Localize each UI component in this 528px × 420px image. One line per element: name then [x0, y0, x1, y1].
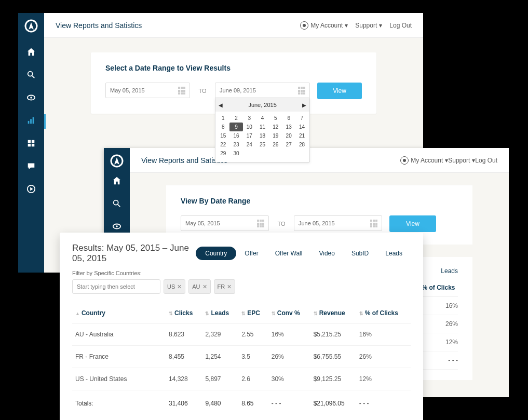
sort-icon: ⇅: [272, 311, 276, 316]
calendar-day[interactable]: 12: [269, 123, 282, 131]
calendar-day[interactable]: 2: [229, 114, 242, 123]
support-label: Support: [355, 22, 377, 29]
prev-month-icon[interactable]: ◀: [219, 102, 223, 108]
nav-search-icon[interactable]: [18, 64, 44, 87]
close-icon[interactable]: ✕: [227, 283, 232, 290]
calendar-day[interactable]: 7: [295, 114, 308, 123]
country-filter-input[interactable]: [72, 279, 160, 294]
calendar-day[interactable]: 15: [216, 131, 229, 140]
nav-home-icon[interactable]: [18, 42, 44, 64]
sort-icon: ⇅: [314, 311, 318, 316]
logout-link[interactable]: Log Out: [389, 22, 412, 29]
calendar-day[interactable]: 10: [243, 123, 256, 131]
to-date-input[interactable]: June 09, 2015: [215, 83, 310, 98]
calendar-day[interactable]: 26: [269, 140, 282, 149]
nav-play-icon[interactable]: [18, 179, 44, 201]
calendar-day[interactable]: 27: [282, 140, 295, 149]
calendar-day[interactable]: 20: [282, 131, 295, 140]
calendar-day[interactable]: 23: [229, 140, 242, 149]
calendar-day[interactable]: 8: [216, 123, 229, 131]
calendar-day[interactable]: 17: [243, 131, 256, 140]
calendar-icon: [178, 87, 186, 95]
my-account-menu[interactable]: My Account▾: [400, 156, 448, 165]
col-clicks[interactable]: ⇅Clicks: [166, 303, 202, 323]
logout-link[interactable]: Log Out: [475, 157, 497, 164]
nav-comment-icon[interactable]: [18, 156, 44, 179]
calendar-day[interactable]: 6: [282, 114, 295, 123]
calendar-day[interactable]: 18: [256, 131, 269, 140]
cell-total: - - -: [356, 390, 411, 415]
nav-grid-icon[interactable]: [18, 133, 44, 156]
calendar-day[interactable]: 5: [269, 114, 282, 123]
view-button[interactable]: View: [389, 215, 436, 232]
calendar-day[interactable]: 14: [295, 123, 308, 131]
filter-chip[interactable]: FR✕: [214, 279, 236, 294]
page-title: View Reports and Satistics: [56, 21, 293, 30]
calendar-day[interactable]: 25: [256, 140, 269, 149]
from-date-input[interactable]: May 05, 2015: [105, 83, 190, 98]
from-date-value: May 05, 2015: [185, 220, 220, 226]
cell-total: 9,480: [202, 390, 238, 415]
calendar-day[interactable]: 19: [269, 131, 282, 140]
calendar-day[interactable]: 1: [216, 114, 229, 123]
my-account-menu[interactable]: My Account▾: [300, 21, 348, 30]
calendar-day[interactable]: 16: [229, 131, 242, 140]
calendar-day[interactable]: 11: [256, 123, 269, 131]
cell-total: 8.65: [238, 390, 268, 415]
calendar-day[interactable]: 30: [229, 149, 242, 158]
calendar-day[interactable]: 3: [243, 114, 256, 123]
view-button[interactable]: View: [317, 83, 362, 99]
avatar-icon: [300, 21, 308, 30]
logout-label: Log Out: [389, 22, 412, 29]
cell-conv: 16%: [268, 323, 310, 346]
from-date-input[interactable]: May 05, 2015: [181, 215, 269, 231]
calendar-grid: 1234567891011121314151617181920212223242…: [215, 112, 309, 162]
close-icon[interactable]: ✕: [202, 283, 207, 290]
calendar-day[interactable]: 9: [229, 123, 242, 131]
support-menu[interactable]: Support▾: [355, 22, 382, 29]
calendar-day[interactable]: 21: [295, 131, 308, 140]
close-icon[interactable]: ✕: [177, 283, 182, 290]
to-date-input[interactable]: June 05, 2015: [294, 215, 382, 231]
brand-logo: [109, 153, 125, 170]
tab-offer-wall[interactable]: Offer Wall: [267, 247, 311, 260]
cell-leads: 1,254: [202, 346, 238, 368]
tab-leads[interactable]: Leads: [377, 247, 411, 260]
calendar-day[interactable]: 4: [256, 114, 269, 123]
nav-chart-icon[interactable]: [18, 110, 44, 133]
col-country[interactable]: ▲Country: [72, 303, 166, 323]
calendar-day[interactable]: 13: [282, 123, 295, 131]
calendar-day[interactable]: 22: [216, 140, 229, 149]
date-range-card: Select a Date Range to View Results May …: [91, 52, 376, 114]
svg-rect-9: [32, 140, 34, 143]
svg-rect-5: [28, 121, 30, 124]
col-leads[interactable]: ⇅Leads: [202, 303, 238, 323]
nav-home-icon[interactable]: [104, 170, 130, 193]
svg-point-14: [114, 200, 118, 205]
tab-video[interactable]: Video: [310, 247, 343, 260]
filter-label: Filter by Specific Countries:: [72, 270, 411, 276]
filter-chip[interactable]: US✕: [164, 279, 185, 294]
nav-eye-icon[interactable]: [18, 87, 44, 110]
next-month-icon[interactable]: ▶: [302, 102, 306, 108]
col-epc[interactable]: ⇅EPC: [238, 303, 268, 323]
calendar-day[interactable]: 28: [295, 140, 308, 149]
nav-search-icon[interactable]: [104, 193, 130, 216]
tab-offer[interactable]: Offer: [236, 247, 266, 260]
calendar-day[interactable]: 24: [243, 140, 256, 149]
sidebar: [18, 13, 44, 273]
tab-country[interactable]: Country: [196, 247, 236, 260]
col--of-clicks[interactable]: ⇅% of Clicks: [356, 303, 411, 323]
col-revenue[interactable]: ⇅Revenue: [310, 303, 356, 323]
cell-pct: 26%: [356, 346, 411, 368]
panel-results-table: Results: May 05, 2015 – June 05, 2015 Co…: [60, 233, 423, 420]
support-menu[interactable]: Support▾: [448, 157, 475, 164]
cell-pct: 12%: [356, 368, 411, 390]
calendar-day[interactable]: 29: [216, 149, 229, 158]
cell-conv: 30%: [268, 368, 310, 390]
tab-leads[interactable]: Leads: [441, 267, 458, 275]
tab-subid[interactable]: SubID: [343, 247, 377, 260]
filter-chip[interactable]: AU✕: [188, 279, 210, 294]
col-conv-[interactable]: ⇅Conv %: [268, 303, 310, 323]
svg-point-1: [28, 72, 33, 76]
